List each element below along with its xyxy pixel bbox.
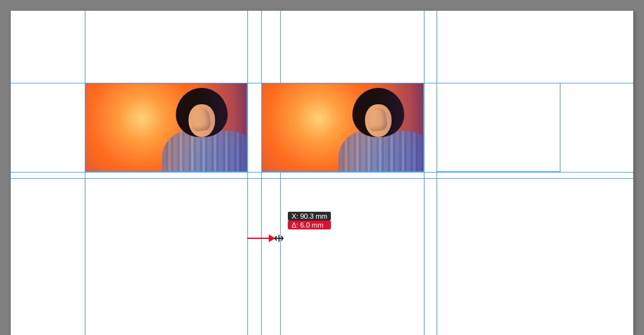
guide-vertical[interactable] — [85, 11, 85, 335]
move-guide-cursor-icon — [274, 233, 284, 243]
guide-position-tooltip: X: 90.3 mm Δ: 6.0 mm — [288, 212, 331, 229]
tooltip-x-label: X: — [292, 212, 298, 221]
guide-vertical[interactable] — [247, 11, 248, 335]
guide-vertical[interactable] — [424, 11, 424, 335]
annotation-arrow — [247, 238, 275, 239]
tooltip-delta-value: 6.0 mm — [300, 221, 323, 229]
guide-vertical-active[interactable] — [280, 11, 281, 335]
empty-frame-right[interactable] — [437, 83, 560, 172]
tooltip-x-value: 90.3 mm — [300, 212, 327, 221]
image-frame-right[interactable] — [261, 83, 424, 172]
placed-image — [262, 83, 423, 171]
document-page[interactable]: X: 90.3 mm Δ: 6.0 mm — [11, 11, 633, 335]
guide-horizontal[interactable] — [11, 172, 633, 173]
tooltip-delta-label: Δ: — [292, 221, 298, 229]
guide-vertical[interactable] — [437, 11, 437, 335]
image-frame-left[interactable] — [85, 83, 247, 172]
guide-vertical[interactable] — [261, 11, 262, 335]
guide-horizontal[interactable] — [11, 178, 633, 179]
placed-image — [85, 83, 247, 171]
